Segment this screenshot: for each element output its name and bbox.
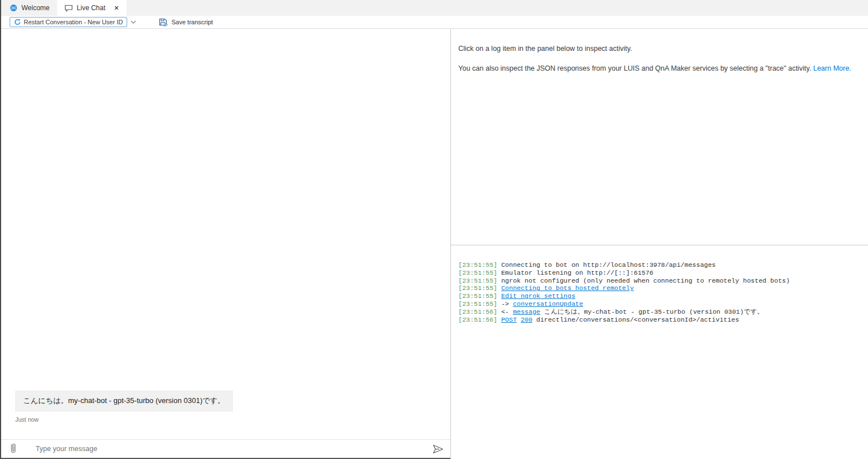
log-entry-link[interactable]: message	[513, 308, 540, 315]
restart-conversation-label: Restart Conversation - New User ID	[24, 19, 123, 25]
log-entry: [23:51:55] Connecting to bots hosted rem…	[458, 284, 859, 292]
log-entry-text: Connecting to bot on http://localhost:39…	[501, 261, 716, 269]
restart-conversation-button[interactable]: Restart Conversation - New User ID	[10, 17, 127, 27]
inspector-help-line2-text: You can also inspect the JSON responses …	[458, 64, 811, 72]
tab-welcome[interactable]: Welcome	[0, 0, 57, 16]
tab-welcome-label: Welcome	[21, 4, 50, 12]
refresh-icon	[14, 19, 21, 25]
log-entry-timestamp: [23:51:55]	[458, 277, 497, 284]
log-entry: [23:51:55] Edit ngrok settings	[458, 292, 859, 300]
log-list: [23:51:55] Connecting to bot on http://l…	[458, 261, 859, 323]
log-entry-text: <-	[501, 308, 509, 315]
chat-panel: こんにちは。my-chat-bot - gpt-35-turbo (versio…	[0, 29, 450, 459]
tab-live-chat-label: Live Chat	[77, 4, 106, 12]
log-entry: [23:51:56] <- message こんにちは。my-chat-bot …	[458, 308, 859, 316]
log-entry-text: Emulator listening on http://[::]:61576	[501, 269, 653, 276]
log-entry-text: directline/conversations/<conversationId…	[536, 316, 739, 323]
save-transcript-label: Save transcript	[171, 19, 212, 25]
log-panel: [23:51:55] Connecting to bot on http://l…	[451, 245, 868, 459]
window-left-edge	[0, 0, 1, 459]
inspector-help-area: Click on a log item in the panel below t…	[451, 29, 868, 245]
restart-options-dropdown[interactable]	[128, 19, 138, 25]
inspector-help-line2: You can also inspect the JSON responses …	[458, 64, 854, 73]
learn-more-link[interactable]: Learn More.	[813, 64, 851, 72]
log-entry-link[interactable]: 200	[520, 316, 532, 323]
log-entry: [23:51:55] Connecting to bot on http://l…	[458, 261, 859, 269]
inspector-panel: Click on a log item in the panel below t…	[450, 29, 868, 459]
main-content: こんにちは。my-chat-bot - gpt-35-turbo (versio…	[0, 29, 868, 459]
log-entry-text: こんにちは。my-chat-bot - gpt-35-turbo (versio…	[544, 308, 763, 315]
save-transcript-button[interactable]: Save transcript	[155, 18, 216, 27]
bot-message-group: こんにちは。my-chat-bot - gpt-35-turbo (versio…	[15, 391, 233, 423]
emulator-logo-icon	[10, 4, 18, 12]
log-entry: [23:51:56] POST 200 directline/conversat…	[458, 316, 859, 324]
tab-live-chat[interactable]: Live Chat ✕	[57, 0, 127, 16]
inspector-help-line1: Click on a log item in the panel below t…	[458, 44, 854, 54]
chevron-down-icon	[131, 20, 136, 24]
message-timestamp: Just now	[15, 416, 233, 423]
log-entry-timestamp: [23:51:55]	[458, 284, 497, 292]
log-entry-timestamp: [23:51:55]	[458, 300, 497, 308]
close-tab-icon[interactable]: ✕	[114, 5, 119, 12]
save-icon	[159, 18, 168, 27]
bot-message-bubble: こんにちは。my-chat-bot - gpt-35-turbo (versio…	[15, 391, 233, 412]
message-input[interactable]	[18, 444, 432, 453]
chat-bubble-icon	[64, 5, 73, 12]
log-entry-timestamp: [23:51:56]	[458, 316, 497, 323]
log-entry: [23:51:55] Emulator listening on http://…	[458, 269, 859, 277]
tab-bar: Welcome Live Chat ✕	[0, 0, 868, 16]
log-entry: [23:51:55] ngrok not configured (only ne…	[458, 277, 859, 285]
attachment-paperclip-icon[interactable]	[8, 442, 18, 456]
send-message-button[interactable]	[432, 444, 444, 454]
send-plane-icon	[432, 444, 444, 454]
log-entry-timestamp: [23:51:56]	[458, 308, 497, 315]
log-entry-link[interactable]: Edit ngrok settings	[501, 292, 575, 300]
message-composer	[0, 439, 450, 458]
log-entry-link[interactable]: conversationUpdate	[513, 300, 583, 308]
log-entry: [23:51:55] -> conversationUpdate	[458, 300, 859, 308]
log-entry-link[interactable]: POST	[501, 316, 517, 323]
log-entry-link[interactable]: Connecting to bots hosted remotely	[501, 284, 634, 292]
log-entry-timestamp: [23:51:55]	[458, 261, 497, 269]
conversation-toolbar: Restart Conversation - New User ID Save …	[0, 16, 868, 29]
bot-framework-emulator-window: Welcome Live Chat ✕ Restart Conversation…	[0, 0, 868, 459]
log-entry-text: ngrok not configured (only needed when c…	[501, 277, 790, 284]
log-entry-text: ->	[501, 300, 509, 308]
log-entry-timestamp: [23:51:55]	[458, 269, 497, 276]
log-entry-timestamp: [23:51:55]	[458, 292, 497, 300]
